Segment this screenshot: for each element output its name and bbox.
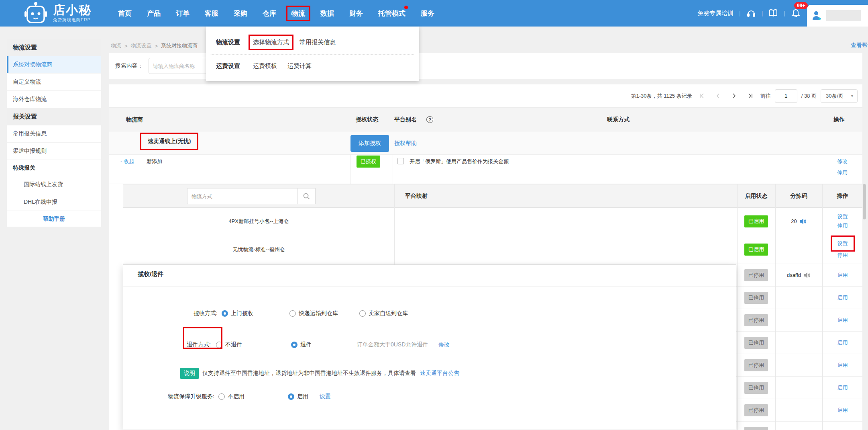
radio-upgrade-on-label[interactable]: 启用 bbox=[297, 393, 308, 400]
collapse-link[interactable]: - 收起 bbox=[120, 158, 134, 165]
nav-item-orders[interactable]: 订单 bbox=[176, 9, 189, 18]
app-logo[interactable]: 店小秘 免费跨境电商ERP bbox=[23, 2, 92, 25]
nav-item-finance[interactable]: 财务 bbox=[349, 9, 363, 18]
status-badge: 已停用 bbox=[744, 314, 768, 326]
speaker-icon[interactable] bbox=[799, 218, 807, 225]
return-amount-note: 订单金额大于0USD允许退件 bbox=[357, 341, 428, 348]
first-page-icon[interactable] bbox=[696, 90, 708, 102]
sidebar-item-overseas-warehouse[interactable]: 海外仓库物流 bbox=[7, 91, 101, 108]
nav-item-service[interactable]: 客服 bbox=[205, 9, 218, 18]
headset-icon[interactable] bbox=[746, 8, 756, 18]
sidebar-item-dhl-online[interactable]: DHL在线申报 bbox=[7, 193, 101, 211]
return-modify-link[interactable]: 修改 bbox=[438, 341, 450, 348]
radio-pickup-door[interactable] bbox=[222, 310, 228, 317]
method-disable-link[interactable]: 停用 bbox=[837, 222, 848, 229]
sidebar-header-special-customs: 特殊报关 bbox=[7, 160, 101, 176]
training-link[interactable]: 免费专属培训 bbox=[697, 10, 734, 17]
radio-return-label[interactable]: 退件 bbox=[300, 341, 312, 348]
sidebar-item-common-customs-info[interactable]: 常用报关信息 bbox=[7, 125, 101, 143]
user-icon bbox=[811, 10, 823, 22]
method-settings-link-annotated[interactable]: 设置 bbox=[831, 235, 855, 252]
nav-item-logistics[interactable]: 物流 bbox=[286, 6, 310, 21]
dropdown-link-freight-calc[interactable]: 运费计算 bbox=[287, 62, 312, 70]
col-method-actions: 操作 bbox=[822, 184, 863, 208]
method-search-input[interactable] bbox=[187, 188, 297, 204]
sidebar-item-custom-logistics[interactable]: 自定义物流 bbox=[7, 74, 101, 91]
method-enable-link[interactable]: 启用 bbox=[837, 294, 848, 301]
status-badge: 已停用 bbox=[744, 292, 768, 304]
next-page-icon[interactable] bbox=[728, 90, 740, 102]
book-icon[interactable] bbox=[768, 8, 778, 18]
sidebar-header-logistics-settings: 物流设置 bbox=[7, 39, 101, 56]
sidebar-help-manual-link[interactable]: 帮助手册 bbox=[7, 211, 101, 227]
dropdown-group-logistics-settings: 物流设置 bbox=[216, 39, 253, 46]
pagination-summary: 第1-30条，共 1125 条记录 bbox=[631, 92, 692, 100]
radio-pickup-self-label[interactable]: 卖家自送到仓库 bbox=[369, 310, 408, 317]
shop-name-placeholder bbox=[826, 10, 861, 21]
sidebar: 物流设置 系统对接物流商 自定义物流 海外仓库物流 报关设置 常用报关信息 渠道… bbox=[7, 39, 101, 227]
breadcrumb-current-page: 系统对接物流商 bbox=[161, 42, 198, 49]
question-circle-icon[interactable]: ? bbox=[426, 108, 433, 131]
col-actions: 操作 bbox=[833, 108, 845, 131]
last-page-icon[interactable] bbox=[744, 90, 756, 102]
method-enable-link[interactable]: 启用 bbox=[837, 362, 848, 369]
page-size-select[interactable]: 30条/页 ▼ bbox=[821, 89, 858, 103]
upgrade-settings-link[interactable]: 设置 bbox=[320, 393, 331, 400]
nav-item-hosting[interactable]: 托管模式 bbox=[378, 9, 405, 18]
sidebar-item-intl-site-shipping[interactable]: 国际站线上发货 bbox=[7, 176, 101, 193]
prev-page-icon[interactable] bbox=[712, 90, 724, 102]
logo-subtitle: 免费跨境电商ERP bbox=[53, 17, 92, 23]
page-number-input[interactable] bbox=[775, 89, 797, 103]
radio-upgrade-off-label[interactable]: 不启用 bbox=[228, 393, 245, 400]
status-badge: 已停用 bbox=[744, 382, 768, 394]
dropdown-link-freight-template[interactable]: 运费模板 bbox=[253, 62, 277, 70]
nav-item-home[interactable]: 首页 bbox=[118, 9, 132, 18]
sidebar-item-system-providers[interactable]: 系统对接物流商 bbox=[7, 56, 101, 74]
sidebar-item-channel-declaration[interactable]: 渠道申报规则 bbox=[7, 143, 101, 160]
dropdown-link-common-customs-info[interactable]: 常用报关信息 bbox=[300, 39, 336, 46]
view-help-link[interactable]: 查看帮 bbox=[851, 42, 868, 49]
auth-help-link[interactable]: 授权帮助 bbox=[394, 140, 417, 147]
user-account-box[interactable] bbox=[807, 5, 868, 27]
status-badge: 已停用 bbox=[744, 404, 768, 416]
nav-item-warehouse[interactable]: 仓库 bbox=[263, 9, 276, 18]
method-enable-link[interactable]: 启用 bbox=[837, 384, 848, 391]
nav-item-services[interactable]: 服务 bbox=[421, 9, 434, 18]
method-disable-link[interactable]: 停用 bbox=[837, 252, 848, 259]
method-row-1: 4PX新邮挂号小包--上海仓 已启用 20 设置 停用 bbox=[123, 208, 862, 235]
radio-pickup-door-label[interactable]: 上门揽收 bbox=[231, 310, 253, 317]
radio-upgrade-off[interactable] bbox=[218, 393, 225, 400]
method-enable-link[interactable]: 启用 bbox=[837, 339, 848, 346]
chevron-down-icon: ▼ bbox=[850, 94, 854, 98]
nav-item-purchase[interactable]: 采购 bbox=[234, 9, 247, 18]
disable-provider-link[interactable]: 停用 bbox=[837, 169, 848, 176]
radio-upgrade-on[interactable] bbox=[288, 393, 294, 400]
russia-price-checkbox[interactable] bbox=[397, 158, 404, 164]
modal-title: 揽收/退件 bbox=[138, 270, 163, 278]
method-enable-link[interactable]: 启用 bbox=[837, 272, 848, 279]
breadcrumb-logistics[interactable]: 物流 bbox=[111, 42, 121, 49]
method-settings-link[interactable]: 设置 bbox=[837, 213, 848, 220]
aliexpress-announcement-link[interactable]: 速卖通平台公告 bbox=[420, 370, 459, 377]
speaker-icon[interactable] bbox=[803, 272, 811, 278]
vertical-scrollbar[interactable] bbox=[863, 184, 866, 219]
logo-title: 店小秘 bbox=[53, 4, 92, 16]
pickup-method-label: 揽收方式: bbox=[194, 310, 218, 317]
radio-pickup-courier[interactable] bbox=[289, 310, 296, 317]
radio-pickup-courier-label[interactable]: 快递运输到仓库 bbox=[299, 310, 338, 317]
radio-pickup-self[interactable] bbox=[359, 310, 366, 317]
nav-item-products[interactable]: 产品 bbox=[147, 9, 161, 18]
nav-item-data[interactable]: 数据 bbox=[320, 9, 334, 18]
radio-no-return-label[interactable]: 不退件 bbox=[225, 341, 242, 348]
modify-provider-link[interactable]: 修改 bbox=[837, 158, 848, 165]
add-auth-button[interactable]: 添加授权 bbox=[350, 135, 389, 152]
magnifier-icon[interactable] bbox=[297, 188, 316, 204]
robot-logo-icon bbox=[23, 2, 48, 25]
method-enable-link[interactable]: 启用 bbox=[837, 407, 848, 414]
nav-right: 免费专属培训 | | | 99+ bbox=[697, 0, 868, 27]
method-row-2: 无忧物流-标准--福州仓 已启用 设置 停用 bbox=[123, 235, 862, 264]
dropdown-link-choose-logistics-method[interactable]: 选择物流方式 bbox=[249, 35, 293, 50]
radio-return[interactable] bbox=[291, 342, 297, 348]
breadcrumb-logistics-settings[interactable]: 物流设置 bbox=[131, 42, 152, 49]
method-enable-link[interactable]: 启用 bbox=[837, 317, 848, 324]
